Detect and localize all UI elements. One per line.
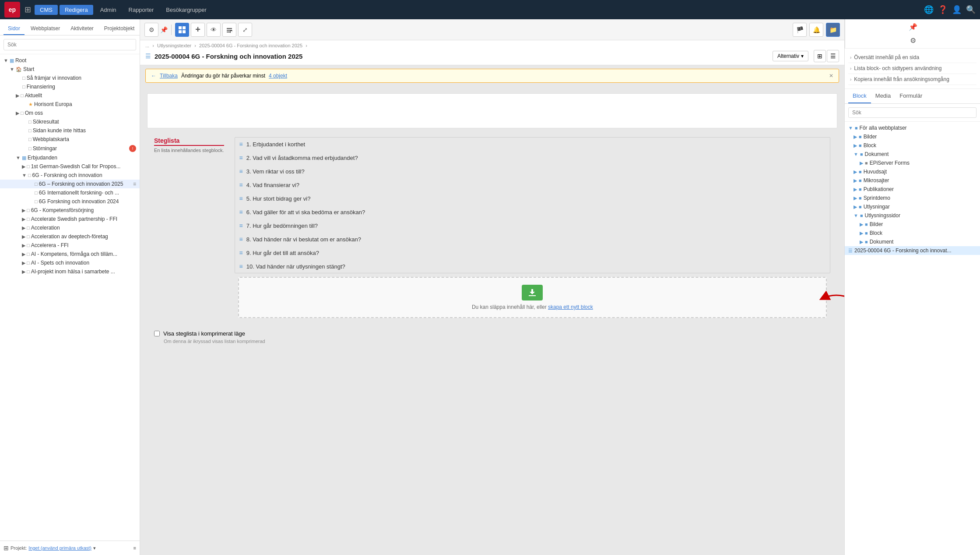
create-new-block-link[interactable]: skapa ett nytt block <box>548 304 593 310</box>
right-gear-icon[interactable]: ⚙ <box>910 36 916 45</box>
objects-link[interactable]: 4 objekt <box>269 73 287 79</box>
add-button[interactable]: + <box>191 23 205 37</box>
breadcrumb-dots[interactable]: ... <box>145 43 149 48</box>
settings-button[interactable]: ⚙ <box>144 23 158 37</box>
breadcrumb-current[interactable]: 2025-00004 6G - Forskning och innovation… <box>199 43 302 48</box>
steglista-item-4[interactable]: ≡ 4. Vad finansierar vi? <box>235 178 830 192</box>
tree-om-oss[interactable]: ▶ □ Om oss <box>0 109 140 117</box>
visa-steglista-checkbox[interactable] <box>154 331 160 336</box>
bell-button[interactable]: 🔔 <box>809 23 823 37</box>
steglista-item-9[interactable]: ≡ 9. Hur går det till att ansöka? <box>235 246 830 260</box>
search-icon[interactable]: 🔍 <box>966 5 976 14</box>
content-scroll[interactable]: Steglista En lista innehållandes stegblo… <box>140 86 844 555</box>
tree-ai-projekt[interactable]: ▶ □ AI-projekt inom hälsa i samarbete ..… <box>0 267 140 276</box>
rtree-for-alla[interactable]: ▼ ■ För alla webbplatser <box>845 124 980 132</box>
tree-accelerera-ffi[interactable]: ▶ □ Accelerera - FFI <box>0 241 140 250</box>
right-search-input[interactable] <box>848 107 976 118</box>
tab-formular[interactable]: Formulär <box>895 89 927 103</box>
rtree-publikationer[interactable]: ▶ ■ Publikationer <box>845 185 980 194</box>
steglista-item-5[interactable]: ≡ 5. Hur stort bidrag ger vi? <box>235 192 830 205</box>
list-view-button[interactable]: ☰ <box>827 50 839 62</box>
rtree-huvudsajt[interactable]: ▶ ■ Huvudsajt <box>845 167 980 176</box>
nav-rapporter[interactable]: Rapporter <box>123 5 159 15</box>
tree-ai-kompetens[interactable]: ▶ □ AI - Kompetens, förmåga och tilläm..… <box>0 250 140 258</box>
help-icon[interactable]: ❓ <box>938 5 948 14</box>
rtree-bilder[interactable]: ▶ ■ Bilder <box>845 132 980 141</box>
alternativ-dropdown[interactable]: Alternativ ▾ <box>773 51 808 61</box>
steglista-item-10[interactable]: ≡ 10. Vad händer när utlysningen stängt? <box>235 260 830 273</box>
drag-handle-icon[interactable]: ≡ <box>133 181 136 187</box>
flag-button[interactable]: 🏴 <box>793 23 807 37</box>
tree-root[interactable]: ▼ ▦ Root <box>0 56 140 65</box>
breadcrumb-utlysningstexter[interactable]: Utlysningstexter <box>157 43 191 48</box>
tree-ai-spets[interactable]: ▶ □ AI - Spets och innovation <box>0 258 140 267</box>
rtree-dokument[interactable]: ▼ ■ Dokument <box>845 150 980 159</box>
tree-aktuellt[interactable]: ▶ □ Aktuellt <box>0 91 140 100</box>
tab-aktiviteter[interactable]: Aktiviteter <box>66 23 98 35</box>
tree-sa-framjar[interactable]: □ Så främjar vi innovation <box>0 74 140 82</box>
preview-button[interactable]: 👁 <box>207 23 221 37</box>
rtree-mikrosajter[interactable]: ▶ ■ Mikrosajter <box>845 176 980 185</box>
nav-besokargrupper[interactable]: Besökargrupper <box>161 5 212 15</box>
close-warning-icon[interactable]: ✕ <box>829 73 833 79</box>
nav-admin[interactable]: Admin <box>95 5 122 15</box>
steglista-item-1[interactable]: ≡ 1. Erbjudandet i korthet <box>235 138 830 151</box>
drop-zone[interactable]: Du kan släppa innehåll här, eller skapa … <box>238 277 827 318</box>
expand-button[interactable]: ⤢ <box>238 23 252 37</box>
tab-media[interactable]: Media <box>871 89 895 103</box>
tree-finansiering[interactable]: □ Finansiering <box>0 82 140 91</box>
tree-1st-german[interactable]: ▶ □ 1st German-Swedish Call for Propos..… <box>0 162 140 171</box>
quick-link-lista[interactable]: › Lista block- och sidtypers användning <box>848 63 976 74</box>
tree-acceleration[interactable]: ▶ □ Acceleration <box>0 223 140 232</box>
list-icon[interactable]: ≡ <box>133 545 136 551</box>
tree-storningar[interactable]: □ Störningar ! <box>0 144 140 153</box>
rtree-utlysningssidor[interactable]: ▼ ■ Utlysningssidor <box>845 211 980 220</box>
folder-button[interactable]: 📁 <box>826 23 840 37</box>
rtree-sprintdemo[interactable]: ▶ ■ Sprintdemo <box>845 194 980 202</box>
project-dropdown-icon[interactable]: ▾ <box>93 545 96 551</box>
project-value[interactable]: Inget (använd primära utkast) <box>28 545 91 551</box>
globe-icon[interactable]: 🌐 <box>924 5 934 14</box>
tillbaka-link[interactable]: Tillbaka <box>160 73 178 79</box>
tree-erbjudanden[interactable]: ▼ ▦ Erbjudanden <box>0 153 140 162</box>
tab-webbplatser[interactable]: Webbplatser <box>26 23 64 35</box>
expand-icon-bottom[interactable]: ⊞ <box>4 544 9 551</box>
nav-redigera[interactable]: Redigera <box>60 5 93 15</box>
steglista-item-7[interactable]: ≡ 7. Hur går bedömningen till? <box>235 219 830 233</box>
tree-webbplatskarta[interactable]: □ Webbplatskarta <box>0 135 140 144</box>
rtree-utlysningar[interactable]: ▶ ■ Utlysningar <box>845 202 980 211</box>
rtree-ut-dokument[interactable]: ▶ ■ Dokument <box>845 237 980 246</box>
rtree-episerver[interactable]: ▶ ■ EPiServer Forms <box>845 159 980 167</box>
user-icon[interactable]: 👤 <box>952 5 962 14</box>
steglista-item-6[interactable]: ≡ 6. Vad gäller för att vi ska bedöma er… <box>235 205 830 219</box>
tree-6g-2024[interactable]: □ 6G Forskning och innovation 2024 <box>0 197 140 206</box>
steglista-item-2[interactable]: ≡ 2. Vad vill vi åstadkomma med erbjudan… <box>235 151 830 165</box>
tree-horisont[interactable]: ★ Horisont Europa <box>0 100 140 109</box>
layout-button[interactable] <box>175 23 189 37</box>
tab-block[interactable]: Block <box>848 89 871 103</box>
rtree-ut-block[interactable]: ▶ ■ Block <box>845 229 980 237</box>
tab-projektobjekt[interactable]: Projektobjekt <box>100 23 139 35</box>
grid-view-button[interactable]: ⊞ <box>814 50 826 62</box>
tree-acceleration-deep[interactable]: ▶ □ Acceleration av deeptech-företag <box>0 232 140 241</box>
tree-sidan-kunde[interactable]: □ Sidan kunde inte hittas <box>0 126 140 135</box>
rtree-block[interactable]: ▶ ■ Block <box>845 141 980 150</box>
tree-sokresultat[interactable]: □ Sökresultat <box>0 117 140 126</box>
pin-icon[interactable]: 📌 <box>160 26 168 33</box>
tree-6g-int[interactable]: □ 6G Internationellt forskning- och ... <box>0 188 140 197</box>
tree-6g-forskning[interactable]: ▼ □ 6G - Forskning och innovation <box>0 171 140 180</box>
tree-start[interactable]: ▼ 🏠 Start <box>0 65 140 74</box>
tree-accelerate[interactable]: ▶ □ Accelerate Swedish partnership - FFI <box>0 215 140 223</box>
tab-sidor[interactable]: Sidor <box>4 23 25 35</box>
grid-icon[interactable]: ⊞ <box>25 5 31 14</box>
steglista-item-3[interactable]: ≡ 3. Vem riktar vi oss till? <box>235 165 830 178</box>
sidebar-search-input[interactable] <box>4 39 136 50</box>
rtree-2025-item[interactable]: ☰ 2025-00004 6G - Forskning och innovat.… <box>845 246 980 255</box>
tree-6g-kompetens[interactable]: ▶ □ 6G - Kompetensförsörjning <box>0 206 140 215</box>
quick-link-oversatt[interactable]: › Översätt innehåll på en sida <box>848 52 976 63</box>
nav-cms[interactable]: CMS <box>35 5 58 15</box>
steglista-item-8[interactable]: ≡ 8. Vad händer när vi beslutat om er an… <box>235 233 830 246</box>
search-content-button[interactable] <box>222 23 236 37</box>
rtree-ut-bilder[interactable]: ▶ ■ Bilder <box>845 220 980 229</box>
quick-link-kopiera[interactable]: › Kopiera innehåll från ansökningsomgång <box>848 74 976 85</box>
